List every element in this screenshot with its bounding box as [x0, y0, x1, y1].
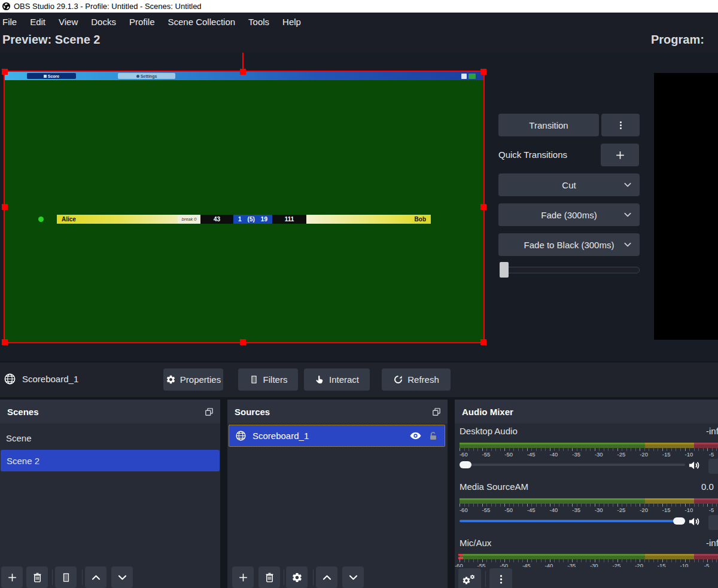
meter-tick-label: -10	[678, 451, 701, 458]
speaker-icon[interactable]	[687, 515, 701, 528]
volume-slider-handle[interactable]	[460, 461, 471, 468]
clipped-button[interactable]	[708, 459, 718, 474]
chevron-down-icon	[623, 240, 632, 249]
meter-tick-label: -25	[610, 507, 633, 513]
move-scene-down-button[interactable]	[111, 566, 133, 588]
menu-file[interactable]: File	[0, 13, 23, 31]
meter-tick-label: -50	[497, 507, 520, 513]
filters-button[interactable]: Filters	[238, 368, 298, 391]
transition-menu-button[interactable]	[601, 114, 640, 136]
meter-tick-label: -30	[588, 451, 610, 458]
preview-label: Preview: Scene 2	[2, 33, 100, 47]
gear-icon	[291, 572, 303, 583]
selection-handle-mid-right[interactable]	[480, 204, 486, 210]
transition-button[interactable]: Transition	[498, 114, 599, 136]
hand-pointer-icon	[315, 374, 325, 385]
properties-button[interactable]: Properties	[163, 368, 223, 391]
trash-icon	[32, 572, 43, 583]
menu-profile[interactable]: Profile	[123, 13, 162, 31]
scene-filters-button[interactable]	[55, 566, 77, 588]
menu-tools[interactable]: Tools	[242, 13, 276, 31]
visibility-eye-icon[interactable]	[409, 429, 422, 442]
unlock-icon[interactable]	[428, 431, 439, 441]
quick-transition-1-dropdown[interactable]: Fade (300ms)	[498, 203, 640, 226]
popout-icon[interactable]	[431, 407, 442, 417]
volume-slider-handle[interactable]	[673, 517, 685, 525]
meter-tick-label: -40	[543, 507, 565, 513]
meter-tick-label: -20	[632, 451, 655, 458]
kebab-menu-icon	[616, 120, 626, 130]
channel-name-mic-aux: Mic/Aux	[460, 538, 491, 548]
meter-tick-label: -55	[470, 562, 493, 567]
selection-handle-top-right[interactable]	[480, 69, 486, 75]
add-quick-transition-button[interactable]	[601, 144, 639, 166]
add-source-button[interactable]	[232, 566, 254, 588]
meter-tick-label: -35	[565, 451, 588, 458]
browser-source-icon	[4, 373, 16, 385]
volume-slider-desktop-audio[interactable]	[460, 461, 685, 468]
selection-handle-top-left[interactable]	[2, 69, 8, 75]
meter-tick-label: -20	[628, 562, 650, 567]
channel-name-desktop-audio: Desktop Audio	[460, 426, 518, 436]
scene-item-selected[interactable]: Scene 2	[1, 450, 220, 471]
obs-logo-icon	[2, 2, 11, 11]
mixer-menu-button[interactable]	[489, 568, 512, 588]
selection-handle-mid-left[interactable]	[2, 204, 8, 210]
quick-transition-2-dropdown[interactable]: Fade to Black (300ms)	[498, 233, 640, 256]
scene-item[interactable]: Scene	[0, 427, 220, 449]
move-scene-up-button[interactable]	[85, 566, 107, 588]
menu-scene-collection[interactable]: Scene Collection	[162, 13, 242, 31]
meter-tick-label: -25	[606, 562, 628, 567]
move-source-down-button[interactable]	[342, 566, 364, 588]
meter-tick-label: -55	[475, 451, 498, 458]
meter-tick-label: -20	[632, 507, 655, 513]
scene-transition-dropdown[interactable]: Cut	[498, 173, 640, 196]
meter-tick-label: -50	[497, 451, 520, 458]
meter-tick-label: -35	[560, 562, 583, 567]
channel-level-mic-aux: -inf	[706, 538, 718, 548]
filter-icon	[249, 374, 259, 385]
remove-scene-button[interactable]	[26, 566, 48, 588]
toolbar-divider	[485, 571, 486, 587]
volume-slider-media-source[interactable]	[460, 517, 685, 525]
meter-tick-labels: -60-55-50-45-40-35-30-25-20-15-10-5	[452, 507, 718, 513]
meter-tick-label: -50	[492, 562, 515, 567]
menu-docks[interactable]: Docks	[84, 13, 123, 31]
popout-icon[interactable]	[204, 407, 214, 417]
refresh-button[interactable]: Refresh	[382, 368, 451, 391]
source-item-selected[interactable]: Scoreboard_1	[229, 425, 445, 447]
quick-transition-2-value: Fade to Black (300ms)	[524, 240, 614, 250]
meter-tick-label: -45	[520, 451, 543, 458]
volume-meter	[460, 498, 718, 504]
meter-tick-label: -40	[538, 562, 561, 567]
selection-handle-bottom-right[interactable]	[480, 339, 486, 345]
clipped-button[interactable]	[708, 515, 718, 530]
menu-view[interactable]: View	[52, 13, 84, 31]
source-properties-button[interactable]	[286, 566, 308, 588]
menu-edit[interactable]: Edit	[23, 13, 52, 31]
source-item-label: Scoreboard_1	[252, 431, 403, 441]
advanced-audio-properties-button[interactable]	[458, 568, 481, 588]
remove-source-button[interactable]	[258, 566, 280, 588]
title-bar: OBS Studio 29.1.3 - Profile: Untitled - …	[0, 0, 718, 13]
kebab-menu-icon	[495, 574, 507, 585]
selection-handle-top-center[interactable]	[240, 69, 246, 75]
selection-handle-bottom-left[interactable]	[2, 339, 8, 345]
channel-level-media-source: 0.0	[701, 482, 714, 492]
transition-duration-slider-handle[interactable]	[500, 262, 509, 278]
context-source-name: Scoreboard_1	[22, 374, 78, 384]
menu-help[interactable]: Help	[276, 13, 308, 31]
audio-mixer-header: Audio Mixer	[455, 400, 718, 424]
add-scene-button[interactable]	[1, 566, 23, 588]
volume-meter	[460, 443, 718, 448]
transition-duration-slider-track[interactable]	[500, 267, 640, 273]
source-context-bar: Scoreboard_1 Properties Filters Interact…	[0, 362, 718, 397]
refresh-button-label: Refresh	[407, 374, 439, 385]
selection-handle-bottom-center[interactable]	[240, 339, 246, 345]
meter-tick-label: -5	[700, 451, 718, 458]
move-source-up-button[interactable]	[316, 566, 337, 588]
interact-button-label: Interact	[329, 374, 359, 385]
chevron-up-icon	[90, 572, 102, 583]
interact-button[interactable]: Interact	[304, 368, 370, 391]
speaker-icon[interactable]	[687, 459, 701, 472]
